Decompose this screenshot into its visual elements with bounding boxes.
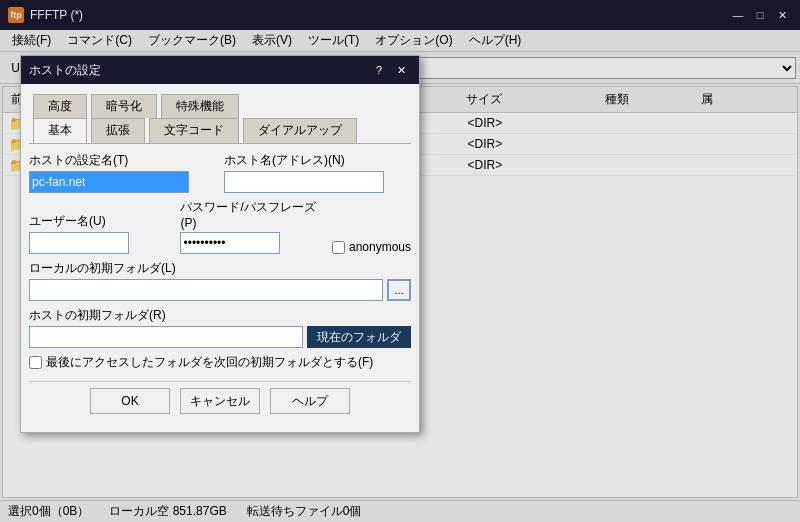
user-field-group: ユーザー名(U) [29, 213, 172, 254]
tab-bar-upper: 高度 暗号化 特殊機能 [29, 92, 411, 118]
dialog-title-buttons: ? ✕ [369, 60, 411, 80]
host-address-label: ホスト名(アドレス)(N) [224, 152, 411, 169]
host-settings-dialog: ホストの設定 ? ✕ 高度 暗号化 特殊機能 基本 拡張 文字コード ダイアルア… [20, 55, 420, 433]
pass-field-group: パスワード/パスフレーズ(P) [180, 199, 323, 254]
last-access-label: 最後にアクセスしたフォルダを次回の初期フォルダとする(F) [46, 354, 373, 371]
tab-special[interactable]: 特殊機能 [161, 94, 239, 118]
password-input[interactable] [180, 232, 280, 254]
host-folder-row: 現在のフォルダ [29, 326, 411, 348]
anonymous-checkbox[interactable] [332, 241, 345, 254]
user-name-input[interactable] [29, 232, 129, 254]
dialog-title: ホストの設定 [29, 62, 101, 79]
host-setting-name-input[interactable] [29, 171, 189, 193]
host-setting-name-group: ホストの設定名(T) [29, 152, 216, 193]
dialog-footer: OK キャンセル ヘルプ [29, 381, 411, 424]
local-folder-browse-button[interactable]: ... [387, 279, 411, 301]
last-access-checkbox[interactable] [29, 356, 42, 369]
local-folder-label: ローカルの初期フォルダ(L) [29, 260, 411, 277]
help-button[interactable]: ヘルプ [270, 388, 350, 414]
cancel-button[interactable]: キャンセル [180, 388, 260, 414]
host-address-input[interactable] [224, 171, 384, 193]
host-name-row: ホストの設定名(T) ホスト名(アドレス)(N) [29, 152, 411, 193]
tab-advanced[interactable]: 高度 [33, 94, 87, 118]
host-setting-name-label: ホストの設定名(T) [29, 152, 216, 169]
host-folder-label: ホストの初期フォルダ(R) [29, 307, 411, 324]
last-access-row: 最後にアクセスしたフォルダを次回の初期フォルダとする(F) [29, 354, 411, 371]
anonymous-label: anonymous [349, 240, 411, 254]
dialog-title-bar: ホストの設定 ? ✕ [21, 56, 419, 84]
dialog-overlay: ホストの設定 ? ✕ 高度 暗号化 特殊機能 基本 拡張 文字コード ダイアルア… [0, 0, 800, 522]
current-folder-button[interactable]: 現在のフォルダ [307, 326, 411, 348]
tab-extended[interactable]: 拡張 [91, 118, 145, 143]
local-folder-input[interactable] [29, 279, 383, 301]
ok-button[interactable]: OK [90, 388, 170, 414]
tab-dialup[interactable]: ダイアルアップ [243, 118, 357, 143]
password-label: パスワード/パスフレーズ(P) [180, 199, 323, 230]
local-folder-row: ... [29, 279, 411, 301]
anonymous-check-group: anonymous [332, 240, 411, 254]
dialog-close-button[interactable]: ✕ [391, 60, 411, 80]
tab-bar-lower: 基本 拡張 文字コード ダイアルアップ [29, 118, 411, 144]
dialog-help-button[interactable]: ? [369, 60, 389, 80]
user-pass-row: ユーザー名(U) パスワード/パスフレーズ(P) anonymous [29, 199, 411, 254]
host-address-group: ホスト名(アドレス)(N) [224, 152, 411, 193]
dialog-body: 高度 暗号化 特殊機能 基本 拡張 文字コード ダイアルアップ ホストの設定名(… [21, 84, 419, 432]
user-name-label: ユーザー名(U) [29, 213, 172, 230]
host-folder-input[interactable] [29, 326, 303, 348]
tab-basic[interactable]: 基本 [33, 118, 87, 143]
tab-charset[interactable]: 文字コード [149, 118, 239, 143]
tab-encryption[interactable]: 暗号化 [91, 94, 157, 118]
